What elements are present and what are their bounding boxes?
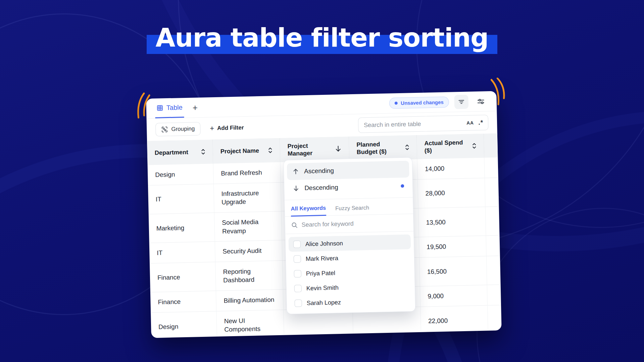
add-filter-button[interactable]: + Add Filter (210, 123, 244, 133)
cell-actual-spend[interactable]: 28,000 (418, 178, 486, 208)
regex-icon[interactable]: .* (478, 121, 483, 124)
filter-lines-icon (458, 98, 465, 105)
column-header-department[interactable]: Department (147, 139, 213, 165)
sort-chevrons-icon (201, 148, 205, 155)
cell-extra[interactable] (486, 236, 502, 256)
cell-actual-spend[interactable]: 9,000 (420, 285, 488, 307)
sort-options: Ascending Descending (284, 158, 412, 200)
keyword-item[interactable]: Priya Patel (289, 264, 411, 281)
cell-actual-spend[interactable]: 16,500 (419, 256, 487, 287)
keyword-label: Priya Patel (306, 269, 335, 277)
view-settings-button[interactable] (474, 94, 488, 109)
match-case-icon[interactable]: AA (466, 120, 474, 125)
column-header-actual-spend[interactable]: Actual Spend ($) (417, 134, 485, 159)
unsaved-dot-icon (395, 102, 398, 105)
search-options: AA .* (466, 120, 483, 126)
table-grid-icon (156, 104, 163, 111)
keyword-search-box[interactable] (285, 214, 413, 234)
cell-department[interactable]: Finance (150, 262, 216, 293)
keyword-label: Sarah Lopez (307, 299, 341, 306)
keyword-item[interactable]: Kevin Smith (289, 279, 412, 296)
column-header-planned-budget[interactable]: Planned Budget ($) (349, 135, 417, 161)
cell-department[interactable]: Finance (150, 291, 216, 313)
sort-chevrons-icon (405, 144, 409, 150)
keyword-item[interactable]: Alice Johnson (288, 234, 411, 252)
filter-button[interactable] (454, 95, 468, 109)
keyword-label: Kevin Smith (306, 284, 339, 292)
plus-icon: + (210, 124, 214, 133)
unsaved-changes-badge: Unsaved changes (389, 97, 449, 109)
tabbar-actions: Unsaved changes (389, 94, 488, 110)
sort-chevrons-icon (472, 142, 476, 149)
cell-project-name[interactable]: Security Audit (215, 240, 283, 262)
active-sort-dot-icon (401, 184, 404, 188)
sort-chevrons-icon (268, 147, 273, 154)
cell-extra[interactable] (484, 158, 500, 178)
page-title: Aura table filter sorting (147, 23, 497, 53)
grouping-icon (161, 126, 168, 133)
cell-project-name[interactable]: Billing Automation (216, 290, 284, 311)
grouping-button[interactable]: Grouping (155, 122, 201, 136)
cell-actual-spend[interactable]: 19,500 (419, 236, 487, 258)
descending-label: Descending (304, 184, 338, 192)
search-icon (291, 222, 297, 228)
tab-table-label: Table (166, 104, 183, 112)
arrow-up-icon (292, 168, 299, 175)
checkbox-icon[interactable] (294, 285, 302, 292)
page-title-text: Aura table filter sorting (155, 23, 488, 53)
cell-project-name[interactable]: Social Media Revamp (214, 212, 282, 242)
checkbox-icon[interactable] (294, 270, 301, 278)
arrow-down-icon (293, 185, 299, 192)
unsaved-changes-label: Unsaved changes (401, 99, 444, 106)
cell-extra[interactable] (488, 305, 502, 334)
keyword-filter-tabs: All Keywords Fuzzy Search (285, 197, 413, 217)
cell-department[interactable]: Design (151, 311, 217, 338)
column-header-extra[interactable] (484, 133, 500, 158)
cell-actual-spend[interactable]: 22,000 (420, 305, 488, 336)
column-header-project-manager[interactable]: Project Manager (280, 136, 350, 162)
column-header-project-name[interactable]: Project Name (213, 138, 281, 164)
ascending-label: Ascending (304, 167, 334, 175)
checkbox-icon[interactable] (293, 241, 301, 248)
cell-actual-spend[interactable]: 14,000 (417, 158, 485, 180)
table-app-card: Table + Unsaved changes (146, 91, 501, 338)
tab-all-keywords[interactable]: All Keywords (291, 205, 326, 217)
cell-extra[interactable] (485, 178, 501, 207)
add-filter-label: Add Filter (217, 124, 244, 132)
background-circle (477, 208, 644, 362)
keyword-label: Alice Johnson (305, 240, 343, 247)
add-tab-button[interactable]: + (192, 103, 198, 112)
table-card-wrapper: Table + Unsaved changes (146, 91, 501, 338)
cell-department[interactable]: Marketing (149, 213, 215, 243)
cell-project-name[interactable]: Reporting Dashboard (215, 261, 283, 291)
column-sort-filter-menu: Ascending Descending All Keywords Fuzzy … (283, 157, 415, 314)
checkbox-icon[interactable] (295, 299, 302, 307)
table-search-input[interactable] (364, 119, 463, 128)
tab-fuzzy-search[interactable]: Fuzzy Search (335, 204, 369, 215)
keyword-item[interactable]: Sarah Lopez (290, 293, 412, 311)
sliders-icon (477, 97, 485, 106)
cell-project-name[interactable]: New UI Components (216, 310, 284, 338)
cell-actual-spend[interactable]: 13,500 (418, 207, 486, 237)
cell-project-name[interactable]: Brand Refresh (213, 162, 281, 184)
keyword-label: Mark Rivera (306, 255, 338, 262)
tab-table[interactable]: Table (155, 98, 184, 118)
cell-department[interactable]: IT (148, 184, 214, 215)
cell-project-name[interactable]: Infrastructure Upgrade (214, 182, 282, 213)
keyword-search-input[interactable] (301, 219, 407, 229)
cell-extra[interactable] (486, 206, 501, 236)
keyword-item[interactable]: Mark Rivera (289, 249, 411, 266)
table-search-box[interactable]: AA .* (358, 115, 489, 133)
keyword-list: Alice Johnson Mark Rivera Priya Patel Ke… (285, 231, 415, 314)
cell-department[interactable]: Design (148, 164, 214, 185)
cell-department[interactable]: IT (149, 242, 215, 263)
grouping-label: Grouping (171, 125, 195, 133)
sort-ascending-option[interactable]: Ascending (287, 161, 409, 180)
sort-descending-option[interactable]: Descending (287, 177, 410, 197)
checkbox-icon[interactable] (294, 255, 301, 263)
cell-extra[interactable] (487, 256, 502, 285)
sort-descending-arrow-icon (335, 145, 341, 153)
cell-extra[interactable] (487, 285, 502, 306)
